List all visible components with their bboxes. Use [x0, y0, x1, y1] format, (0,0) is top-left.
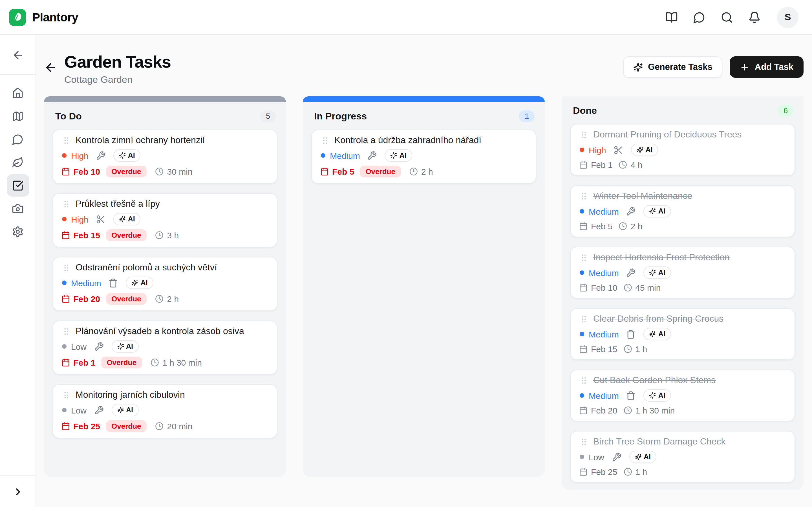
card-title-row: Dormant Pruning of Deciduous Trees — [579, 129, 786, 140]
ai-badge[interactable]: AI — [113, 149, 141, 162]
board-column-inprogress: In Progress 1 Kontrola a údržba zahradní… — [303, 96, 545, 477]
card-meta-row: Feb 10 45 min — [579, 283, 786, 292]
drag-handle-icon[interactable] — [579, 314, 589, 324]
drag-handle-icon[interactable] — [579, 437, 589, 446]
card-title-row: Kontrola zimní ochrany hortenzií — [61, 135, 268, 146]
bell-icon[interactable] — [748, 11, 761, 23]
calendar-icon — [579, 345, 588, 353]
priority-dot — [580, 270, 584, 275]
search-icon[interactable] — [721, 11, 733, 23]
calendar-icon — [579, 283, 588, 292]
sidebar-item-tasks[interactable] — [6, 174, 29, 196]
task-card[interactable]: Cut Back Garden Phlox Stems Medium AI Fe… — [570, 370, 795, 421]
due-date: Feb 1 — [73, 358, 95, 367]
drag-handle-icon[interactable] — [579, 252, 589, 262]
priority-dot — [321, 153, 325, 158]
ai-badge-label: AI — [658, 269, 665, 277]
drag-handle-icon[interactable] — [61, 327, 71, 336]
due-date: Feb 20 — [591, 406, 617, 415]
priority-dot — [580, 393, 584, 398]
priority-dot — [580, 455, 584, 459]
column-cards: Kontrola a údržba zahradního nářadí Medi… — [311, 129, 536, 184]
ai-badge[interactable]: AI — [644, 328, 671, 340]
calendar-icon — [320, 167, 329, 176]
duration: 45 min — [635, 283, 661, 292]
sparkles-icon — [649, 269, 656, 276]
card-priority-row: Medium AI — [61, 277, 268, 289]
task-card[interactable]: Kontrola a údržba zahradního nářadí Medi… — [311, 129, 536, 184]
generate-tasks-button[interactable]: Generate Tasks — [623, 56, 723, 78]
chat-bubble-icon — [12, 133, 24, 145]
task-card[interactable]: Clear Debris from Spring Crocus Medium A… — [570, 308, 795, 360]
wrench-icon — [612, 452, 621, 462]
sidebar-expand-button[interactable] — [0, 476, 36, 507]
ai-badge[interactable]: AI — [111, 404, 139, 416]
back-arrow-icon[interactable] — [44, 61, 57, 74]
ai-badge[interactable]: AI — [644, 389, 671, 402]
main-content: Garden Tasks Cottage Garden Generate Tas… — [36, 35, 812, 507]
drag-handle-icon[interactable] — [61, 135, 71, 145]
sidebar-item-home[interactable] — [6, 82, 29, 104]
ai-badge-label: AI — [658, 207, 665, 215]
card-priority-row: Medium AI — [579, 267, 786, 279]
book-open-icon[interactable] — [665, 11, 678, 23]
ai-badge[interactable]: AI — [111, 340, 139, 353]
sidebar-nav — [6, 82, 29, 243]
task-title: Winter Tool Maintenance — [593, 190, 693, 202]
ai-badge[interactable]: AI — [631, 144, 658, 156]
sidebar-item-plants[interactable] — [6, 151, 29, 173]
gear-icon — [12, 226, 24, 237]
task-card[interactable]: Plánování výsadeb a kontrola zásob osiva… — [52, 321, 277, 375]
drag-handle-icon[interactable] — [579, 130, 589, 139]
sidebar-item-photos[interactable] — [6, 197, 29, 220]
trash-icon — [626, 329, 636, 339]
sidebar-item-settings[interactable] — [6, 220, 29, 243]
add-task-button[interactable]: Add Task — [730, 56, 804, 78]
sidebar-item-map[interactable] — [6, 105, 29, 127]
due-date: Feb 25 — [591, 467, 617, 476]
card-meta-row: Feb 5 Overdue 2 h — [320, 166, 527, 177]
task-card[interactable]: Odstranění polomů a suchých větví Medium… — [52, 257, 277, 311]
column-color-bar — [44, 96, 286, 102]
priority-dot — [62, 217, 66, 221]
drag-handle-icon[interactable] — [320, 135, 330, 145]
drag-handle-icon[interactable] — [61, 263, 71, 272]
sparkles-icon — [649, 208, 656, 215]
column-cards: Dormant Pruning of Deciduous Trees High … — [570, 124, 795, 483]
ai-badge[interactable]: AI — [644, 267, 671, 279]
drag-handle-icon[interactable] — [61, 390, 71, 400]
chat-bubble-icon[interactable] — [693, 11, 705, 23]
task-card[interactable]: Kontrola zimní ochrany hortenzií High AI… — [52, 129, 277, 184]
drag-handle-icon[interactable] — [61, 199, 71, 209]
sidebar-item-messages[interactable] — [6, 128, 29, 151]
sparkles-icon — [117, 407, 124, 413]
card-priority-row: Medium AI — [579, 328, 786, 340]
avatar[interactable]: S — [777, 6, 799, 28]
task-card[interactable]: Monitoring jarních cibulovin Low AI Feb … — [52, 384, 277, 438]
drag-handle-icon[interactable] — [579, 191, 589, 201]
clock-icon — [619, 161, 627, 169]
task-check-icon — [12, 179, 24, 191]
ai-badge[interactable]: AI — [644, 205, 671, 217]
ai-badge[interactable]: AI — [385, 149, 412, 162]
wrench-icon — [96, 151, 105, 160]
duration: 2 h — [421, 167, 433, 176]
calendar-icon — [579, 222, 588, 230]
drag-handle-icon[interactable] — [579, 376, 589, 385]
task-card[interactable]: Winter Tool Maintenance Medium AI Feb 5 … — [570, 185, 795, 237]
card-priority-row: Low AI — [61, 340, 268, 353]
task-card[interactable]: Birch Tree Storm Damage Check Low AI Feb… — [570, 431, 795, 483]
task-card[interactable]: Průklest třešně a lípy High AI Feb 15 Ov… — [52, 193, 277, 247]
task-card[interactable]: Inspect Hortensia Frost Protection Mediu… — [570, 247, 795, 298]
ai-badge-label: AI — [646, 146, 653, 154]
ai-badge[interactable]: AI — [126, 277, 153, 289]
ai-badge[interactable]: AI — [113, 213, 141, 225]
priority-dot — [62, 408, 66, 412]
sidebar-divider — [0, 74, 36, 75]
sidebar-back-button[interactable] — [8, 45, 28, 65]
task-card[interactable]: Dormant Pruning of Deciduous Trees High … — [570, 124, 795, 176]
ai-badge[interactable]: AI — [629, 451, 656, 463]
calendar-icon — [61, 422, 70, 431]
overdue-badge: Overdue — [360, 166, 401, 177]
app-logo[interactable] — [9, 9, 26, 25]
